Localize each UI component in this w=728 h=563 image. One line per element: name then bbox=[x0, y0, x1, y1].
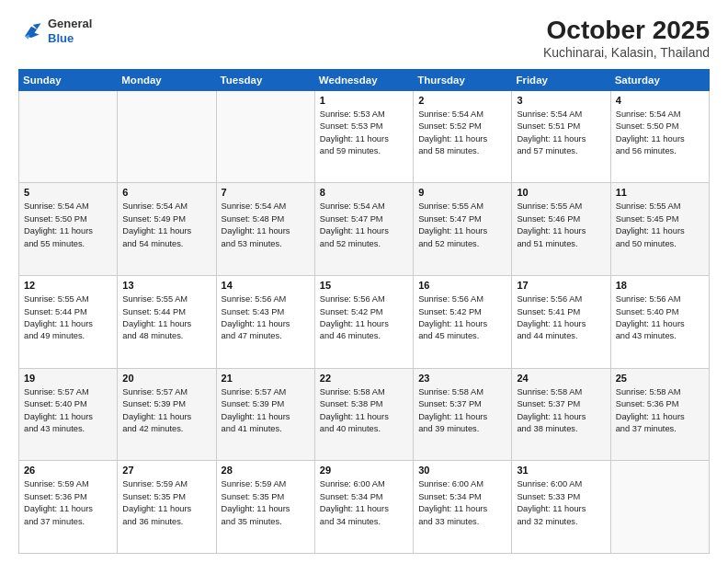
weekday-monday: Monday bbox=[118, 69, 216, 90]
day-info: Sunrise: 5:57 AM Sunset: 5:40 PM Dayligh… bbox=[24, 386, 112, 436]
day-info: Sunrise: 5:54 AM Sunset: 5:48 PM Dayligh… bbox=[222, 201, 310, 250]
day-number: 12 bbox=[24, 280, 112, 291]
calendar-cell: 30Sunrise: 6:00 AM Sunset: 5:34 PM Dayli… bbox=[414, 461, 512, 554]
calendar-cell: 23Sunrise: 5:58 AM Sunset: 5:37 PM Dayli… bbox=[414, 368, 512, 461]
day-info: Sunrise: 5:59 AM Sunset: 5:35 PM Dayligh… bbox=[122, 478, 210, 528]
day-info: Sunrise: 5:56 AM Sunset: 5:43 PM Dayligh… bbox=[222, 293, 310, 343]
day-info: Sunrise: 5:59 AM Sunset: 5:36 PM Dayligh… bbox=[24, 478, 112, 528]
day-number: 21 bbox=[222, 373, 310, 384]
day-number: 20 bbox=[122, 373, 210, 384]
calendar-cell: 19Sunrise: 5:57 AM Sunset: 5:40 PM Dayli… bbox=[19, 368, 118, 461]
calendar-cell: 10Sunrise: 5:55 AM Sunset: 5:46 PM Dayli… bbox=[512, 183, 610, 276]
day-number: 23 bbox=[418, 373, 506, 384]
calendar-cell: 20Sunrise: 5:57 AM Sunset: 5:39 PM Dayli… bbox=[118, 368, 216, 461]
day-info: Sunrise: 5:57 AM Sunset: 5:39 PM Dayligh… bbox=[122, 386, 210, 436]
day-info: Sunrise: 5:56 AM Sunset: 5:42 PM Dayligh… bbox=[320, 293, 408, 343]
day-info: Sunrise: 5:58 AM Sunset: 5:38 PM Dayligh… bbox=[320, 386, 408, 436]
day-info: Sunrise: 5:54 AM Sunset: 5:52 PM Dayligh… bbox=[418, 109, 506, 158]
calendar-cell: 15Sunrise: 5:56 AM Sunset: 5:42 PM Dayli… bbox=[314, 276, 413, 369]
logo-bird-icon bbox=[18, 18, 44, 44]
day-info: Sunrise: 5:54 AM Sunset: 5:49 PM Dayligh… bbox=[122, 201, 210, 250]
weekday-tuesday: Tuesday bbox=[216, 69, 314, 90]
day-number: 27 bbox=[122, 465, 210, 476]
calendar-cell: 9Sunrise: 5:55 AM Sunset: 5:47 PM Daylig… bbox=[414, 183, 512, 276]
calendar-week-3: 12Sunrise: 5:55 AM Sunset: 5:44 PM Dayli… bbox=[19, 276, 710, 369]
day-info: Sunrise: 5:55 AM Sunset: 5:46 PM Dayligh… bbox=[517, 201, 605, 250]
calendar-cell: 31Sunrise: 6:00 AM Sunset: 5:33 PM Dayli… bbox=[512, 461, 610, 554]
calendar-table: SundayMondayTuesdayWednesdayThursdayFrid… bbox=[18, 69, 710, 554]
day-number: 15 bbox=[320, 280, 408, 291]
calendar-cell: 7Sunrise: 5:54 AM Sunset: 5:48 PM Daylig… bbox=[216, 183, 314, 276]
calendar-cell: 18Sunrise: 5:56 AM Sunset: 5:40 PM Dayli… bbox=[610, 276, 709, 369]
calendar-week-1: 1Sunrise: 5:53 AM Sunset: 5:53 PM Daylig… bbox=[19, 90, 710, 183]
day-number: 14 bbox=[222, 280, 310, 291]
day-number: 10 bbox=[517, 187, 605, 198]
calendar-cell bbox=[19, 90, 118, 183]
day-info: Sunrise: 5:58 AM Sunset: 5:37 PM Dayligh… bbox=[418, 386, 506, 436]
day-number: 7 bbox=[222, 187, 310, 198]
day-number: 1 bbox=[320, 95, 408, 106]
logo-blue: Blue bbox=[48, 31, 92, 46]
day-number: 11 bbox=[616, 187, 704, 198]
page: General Blue October 2025 Kuchinarai, Ka… bbox=[0, 0, 728, 563]
calendar-cell: 1Sunrise: 5:53 AM Sunset: 5:53 PM Daylig… bbox=[314, 90, 413, 183]
day-number: 22 bbox=[320, 373, 408, 384]
calendar-cell: 16Sunrise: 5:56 AM Sunset: 5:42 PM Dayli… bbox=[414, 276, 512, 369]
logo: General Blue bbox=[18, 17, 92, 45]
day-info: Sunrise: 5:54 AM Sunset: 5:50 PM Dayligh… bbox=[24, 201, 112, 250]
calendar-cell: 28Sunrise: 5:59 AM Sunset: 5:35 PM Dayli… bbox=[216, 461, 314, 554]
logo-text: General Blue bbox=[48, 17, 92, 45]
day-number: 4 bbox=[616, 95, 704, 106]
calendar-cell bbox=[610, 461, 709, 554]
calendar-cell: 4Sunrise: 5:54 AM Sunset: 5:50 PM Daylig… bbox=[610, 90, 709, 183]
calendar-cell: 11Sunrise: 5:55 AM Sunset: 5:45 PM Dayli… bbox=[610, 183, 709, 276]
day-info: Sunrise: 5:59 AM Sunset: 5:35 PM Dayligh… bbox=[222, 478, 310, 528]
day-number: 25 bbox=[616, 373, 704, 384]
calendar-week-2: 5Sunrise: 5:54 AM Sunset: 5:50 PM Daylig… bbox=[19, 183, 710, 276]
calendar-week-5: 26Sunrise: 5:59 AM Sunset: 5:36 PM Dayli… bbox=[19, 461, 710, 554]
header: General Blue October 2025 Kuchinarai, Ka… bbox=[18, 17, 710, 60]
day-info: Sunrise: 5:54 AM Sunset: 5:50 PM Dayligh… bbox=[616, 109, 704, 158]
calendar-cell: 6Sunrise: 5:54 AM Sunset: 5:49 PM Daylig… bbox=[118, 183, 216, 276]
day-info: Sunrise: 5:55 AM Sunset: 5:44 PM Dayligh… bbox=[122, 293, 210, 343]
day-number: 31 bbox=[517, 465, 605, 476]
day-info: Sunrise: 5:56 AM Sunset: 5:42 PM Dayligh… bbox=[418, 293, 506, 343]
day-number: 30 bbox=[418, 465, 506, 476]
day-number: 19 bbox=[24, 373, 112, 384]
calendar-cell: 5Sunrise: 5:54 AM Sunset: 5:50 PM Daylig… bbox=[19, 183, 118, 276]
calendar-cell: 27Sunrise: 5:59 AM Sunset: 5:35 PM Dayli… bbox=[118, 461, 216, 554]
calendar-cell: 13Sunrise: 5:55 AM Sunset: 5:44 PM Dayli… bbox=[118, 276, 216, 369]
calendar-cell: 14Sunrise: 5:56 AM Sunset: 5:43 PM Dayli… bbox=[216, 276, 314, 369]
calendar-cell: 8Sunrise: 5:54 AM Sunset: 5:47 PM Daylig… bbox=[314, 183, 413, 276]
day-info: Sunrise: 6:00 AM Sunset: 5:34 PM Dayligh… bbox=[320, 478, 408, 528]
day-number: 26 bbox=[24, 465, 112, 476]
day-number: 16 bbox=[418, 280, 506, 291]
calendar-cell bbox=[118, 90, 216, 183]
day-number: 3 bbox=[517, 95, 605, 106]
weekday-wednesday: Wednesday bbox=[314, 69, 413, 90]
weekday-sunday: Sunday bbox=[19, 69, 118, 90]
day-number: 17 bbox=[517, 280, 605, 291]
calendar-cell: 21Sunrise: 5:57 AM Sunset: 5:39 PM Dayli… bbox=[216, 368, 314, 461]
calendar-cell: 12Sunrise: 5:55 AM Sunset: 5:44 PM Dayli… bbox=[19, 276, 118, 369]
calendar-cell: 17Sunrise: 5:56 AM Sunset: 5:41 PM Dayli… bbox=[512, 276, 610, 369]
day-number: 18 bbox=[616, 280, 704, 291]
day-info: Sunrise: 6:00 AM Sunset: 5:34 PM Dayligh… bbox=[418, 478, 506, 528]
day-number: 9 bbox=[418, 187, 506, 198]
calendar-cell: 29Sunrise: 6:00 AM Sunset: 5:34 PM Dayli… bbox=[314, 461, 413, 554]
day-number: 5 bbox=[24, 187, 112, 198]
calendar-week-4: 19Sunrise: 5:57 AM Sunset: 5:40 PM Dayli… bbox=[19, 368, 710, 461]
calendar-cell: 26Sunrise: 5:59 AM Sunset: 5:36 PM Dayli… bbox=[19, 461, 118, 554]
day-info: Sunrise: 5:57 AM Sunset: 5:39 PM Dayligh… bbox=[222, 386, 310, 436]
logo-general: General bbox=[48, 17, 92, 31]
day-info: Sunrise: 5:56 AM Sunset: 5:40 PM Dayligh… bbox=[616, 293, 704, 343]
day-info: Sunrise: 5:56 AM Sunset: 5:41 PM Dayligh… bbox=[517, 293, 605, 343]
day-info: Sunrise: 5:58 AM Sunset: 5:36 PM Dayligh… bbox=[616, 386, 704, 436]
calendar-cell: 22Sunrise: 5:58 AM Sunset: 5:38 PM Dayli… bbox=[314, 368, 413, 461]
day-info: Sunrise: 5:55 AM Sunset: 5:47 PM Dayligh… bbox=[418, 201, 506, 250]
weekday-header-row: SundayMondayTuesdayWednesdayThursdayFrid… bbox=[19, 69, 710, 90]
weekday-saturday: Saturday bbox=[610, 69, 709, 90]
day-number: 6 bbox=[122, 187, 210, 198]
day-info: Sunrise: 5:53 AM Sunset: 5:53 PM Dayligh… bbox=[320, 109, 408, 158]
day-info: Sunrise: 5:55 AM Sunset: 5:44 PM Dayligh… bbox=[24, 293, 112, 343]
